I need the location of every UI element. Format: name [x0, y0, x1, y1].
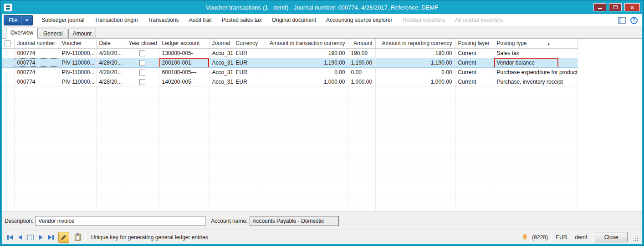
cell-date[interactable]: 4/28/20...	[96, 48, 126, 58]
cell-amount[interactable]: 0.00	[348, 67, 375, 77]
col-amount-transaction[interactable]: Amount in transaction currency	[264, 39, 348, 48]
row-select-cell[interactable]	[2, 77, 14, 86]
file-menu-button[interactable]: File	[4, 15, 33, 25]
year-closed-checkbox[interactable]	[139, 50, 145, 56]
cell-voucher[interactable]: PIV-110000...	[59, 48, 96, 58]
cell-date[interactable]: 4/28/20...	[96, 58, 126, 67]
cell-amount-reporting[interactable]: 1,000.00	[375, 77, 455, 86]
cell-amount[interactable]: 190.00	[348, 48, 375, 58]
tab-general[interactable]: General	[39, 29, 67, 38]
maximize-button[interactable]	[609, 3, 622, 11]
year-closed-checkbox[interactable]	[139, 60, 145, 66]
table-row[interactable]: 000774 PIV-110000... 4/28/20... 140200-0…	[2, 77, 578, 86]
cell-year-closed[interactable]	[126, 48, 159, 58]
grid-view-button[interactable]	[27, 235, 34, 240]
table-row[interactable]: 000774 PIV-110000... 4/28/20... 600180-0…	[2, 67, 578, 77]
cell-date[interactable]: 4/28/20...	[96, 67, 126, 77]
cell-voucher[interactable]: PIV-110000...	[59, 77, 96, 86]
cell-posting-layer[interactable]: Current	[455, 48, 494, 58]
next-record-button[interactable]	[39, 235, 43, 240]
description-input[interactable]	[36, 216, 205, 226]
cell-journal-number[interactable]: 000774	[14, 48, 59, 58]
cell-journal[interactable]: Acco_31	[209, 48, 233, 58]
cell-amount-transaction[interactable]: 1,000.00	[264, 77, 348, 86]
cell-currency[interactable]: EUR	[233, 48, 264, 58]
cell-journal[interactable]: Acco_31	[209, 67, 233, 77]
cell-amount-transaction[interactable]: 190.00	[264, 48, 348, 58]
menu-item-posted-sales-tax[interactable]: Posted sales tax	[217, 14, 267, 26]
cell-voucher[interactable]: PIV-110000...	[59, 58, 96, 67]
select-all-header[interactable]	[2, 39, 14, 48]
cell-journal-number[interactable]: 000774	[14, 67, 59, 77]
cell-posting-layer[interactable]: Current	[455, 58, 494, 67]
col-journal[interactable]: Journal	[209, 39, 233, 48]
row-select-cell[interactable]	[2, 48, 14, 58]
table-row-selected[interactable]: 000774 PIV-110000... 4/28/20... 200100-0…	[2, 58, 578, 67]
cell-amount-reporting[interactable]: 190.00	[375, 48, 455, 58]
minimize-button[interactable]	[593, 3, 606, 11]
row-select-cell[interactable]	[2, 67, 14, 77]
menu-item-accounting-source-explorer[interactable]: Accounting source explorer	[321, 14, 397, 26]
col-amount[interactable]: Amount	[348, 39, 375, 48]
cell-year-closed[interactable]	[126, 58, 159, 67]
col-amount-reporting[interactable]: Amount in reporting currency	[375, 39, 455, 48]
col-posting-type[interactable]: Posting type▲	[494, 39, 578, 48]
file-menu-dropdown[interactable]	[21, 15, 32, 25]
last-record-button[interactable]	[48, 235, 54, 240]
company-indicator[interactable]: demf	[575, 234, 587, 241]
cell-year-closed[interactable]	[126, 77, 159, 86]
account-name-input[interactable]	[250, 216, 339, 226]
cell-posting-layer[interactable]: Current	[455, 67, 494, 77]
cell-ledger-account[interactable]: 200100-001-	[159, 58, 209, 67]
cell-journal[interactable]: Acco_31	[209, 77, 233, 86]
notification-bell-icon[interactable]	[521, 234, 528, 241]
cell-voucher[interactable]: PIV-110000...	[59, 67, 96, 77]
cell-ledger-account[interactable]: 140200-005-	[159, 77, 209, 86]
cell-year-closed[interactable]	[126, 67, 159, 77]
edit-record-button[interactable]	[58, 232, 69, 243]
cell-posting-type[interactable]: Sales tax	[494, 48, 578, 58]
grid-layout-icon[interactable]	[618, 17, 626, 24]
cell-amount-transaction[interactable]: -1,190.00	[264, 58, 348, 67]
cell-amount-reporting[interactable]: 0.00	[375, 67, 455, 77]
menu-item-original-document[interactable]: Original document	[267, 14, 321, 26]
cell-ledger-account[interactable]: 600180-005---	[159, 67, 209, 77]
year-closed-checkbox[interactable]	[139, 70, 145, 75]
menu-item-transactions[interactable]: Transactions	[143, 14, 184, 26]
titlebar[interactable]: Voucher transactions (1 - demf) - Journa…	[2, 0, 642, 14]
cell-posting-type[interactable]: Purchase expenditure for product	[494, 67, 578, 77]
cell-posting-type[interactable]: Vendor balance	[494, 58, 578, 67]
table-row[interactable]: 000774 PIV-110000... 4/28/20... 130800-0…	[2, 48, 578, 58]
help-icon[interactable]: ?	[630, 17, 638, 24]
resize-grip[interactable]	[632, 235, 639, 241]
cell-currency[interactable]: EUR	[233, 67, 264, 77]
cell-date[interactable]: 4/28/20...	[96, 77, 126, 86]
col-currency[interactable]: Currency	[233, 39, 264, 48]
col-date[interactable]: Date	[96, 39, 126, 48]
cell-journal[interactable]: Acco_31	[209, 58, 233, 67]
first-record-button[interactable]	[7, 235, 13, 240]
col-year-closed[interactable]: Year closed	[126, 39, 159, 48]
cell-amount-transaction[interactable]: 0.00	[264, 67, 348, 77]
menu-item-audit-trail[interactable]: Audit trail	[184, 14, 217, 26]
paste-icon[interactable]	[75, 234, 81, 241]
row-select-cell[interactable]	[2, 58, 14, 67]
col-posting-layer[interactable]: Posting layer	[455, 39, 494, 48]
close-window-button[interactable]: ×	[624, 3, 640, 11]
col-ledger-account[interactable]: Ledger account	[159, 39, 209, 48]
menu-item-subledger-journal[interactable]: Subledger journal	[36, 14, 89, 26]
menu-item-transaction-origin[interactable]: Transaction origin	[89, 14, 143, 26]
previous-record-button[interactable]	[18, 235, 22, 240]
close-button[interactable]: Close	[595, 232, 628, 242]
year-closed-checkbox[interactable]	[139, 79, 145, 85]
notification-count[interactable]: (9228)	[532, 234, 548, 241]
cell-posting-layer[interactable]: Current	[455, 77, 494, 86]
cell-currency[interactable]: EUR	[233, 58, 264, 67]
cell-journal-number[interactable]: 000774	[14, 77, 59, 86]
cell-amount-reporting[interactable]: -1,190.00	[375, 58, 455, 67]
select-all-checkbox[interactable]	[5, 40, 10, 46]
cell-journal-number[interactable]: 000774	[14, 58, 59, 67]
cell-amount[interactable]: 1,000.00	[348, 77, 375, 86]
tab-overview[interactable]: Overview	[6, 28, 38, 39]
col-voucher[interactable]: Voucher	[59, 39, 96, 48]
